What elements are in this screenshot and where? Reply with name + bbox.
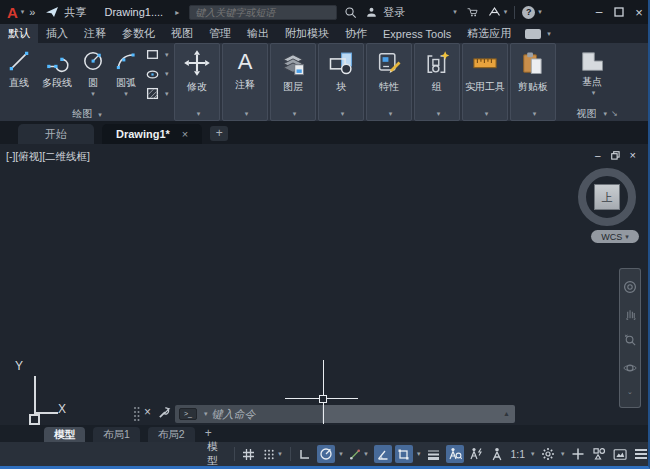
view-panel-title[interactable]: 视图 ▾ ↘ [558, 106, 636, 121]
close-button[interactable]: × [632, 5, 646, 20]
share-icon[interactable] [45, 6, 59, 18]
commandline-grip-handle[interactable] [133, 406, 140, 422]
user-icon[interactable] [365, 6, 378, 19]
app-logo[interactable]: A [7, 5, 18, 20]
clipboard-panel-button[interactable]: 剪贴板 ▾ [510, 43, 556, 121]
annotation-scale-value[interactable]: 1:1 [509, 445, 527, 463]
command-line[interactable]: >_ ▾ 键入命令 ▲ [175, 405, 515, 423]
doc-arrow-icon[interactable]: ▸ [175, 8, 179, 17]
arc-button[interactable]: 圆弧 ▾ [108, 43, 144, 106]
isolate-objects-button[interactable] [590, 445, 608, 463]
base-button[interactable]: 基点 ▾ [564, 43, 620, 106]
workspace-gear-button[interactable] [539, 445, 557, 463]
tab-annotate[interactable]: 注释 [76, 24, 114, 43]
modify-panel-button[interactable]: 修改 ▾ [174, 43, 220, 121]
command-prompt-icon[interactable]: >_ [179, 408, 197, 420]
viewcube-top-face[interactable]: 上 [594, 184, 620, 210]
app-menu-caret-icon[interactable]: ▾ [21, 8, 25, 16]
polar-tracking-button[interactable] [317, 445, 335, 463]
commandline-close-icon[interactable]: × [144, 405, 151, 419]
workspace-caret-icon[interactable]: ▼ [560, 451, 566, 457]
tab-parametric[interactable]: 参数化 [114, 24, 163, 43]
commandline-customize-icon[interactable] [158, 406, 171, 419]
crosshair-plus-button[interactable] [569, 445, 587, 463]
viewport-restore-icon[interactable] [611, 151, 620, 160]
quick-access-expand-button[interactable]: » [29, 6, 35, 18]
layers-panel-button[interactable]: 图层 ▾ [270, 43, 316, 121]
tab-collaborate[interactable]: 协作 [337, 24, 375, 43]
autoscale-button[interactable] [467, 445, 485, 463]
steering-wheel-icon[interactable] [623, 280, 637, 294]
command-prompt-caret-icon[interactable]: ▾ [204, 410, 208, 418]
layout-tab-model[interactable]: 模型 [44, 427, 85, 442]
tab-express-tools[interactable]: Express Tools [375, 24, 459, 43]
grid-display-button[interactable] [240, 445, 258, 463]
arc-caret-icon[interactable]: ▾ [124, 90, 128, 98]
app-store-cart-icon[interactable] [466, 6, 480, 19]
help-icon[interactable]: ? [522, 6, 535, 19]
tab-manage[interactable]: 管理 [201, 24, 239, 43]
groups-panel-button[interactable]: 组 ▾ [414, 43, 460, 121]
layout-tab-layout1[interactable]: 布局1 [93, 427, 140, 442]
snap-caret-icon[interactable]: ▼ [277, 451, 283, 457]
object-snap-tracking-button[interactable] [374, 445, 392, 463]
rectangle-button[interactable]: ▾ [146, 48, 169, 61]
autodesk-caret-icon[interactable]: ▾ [504, 8, 508, 16]
command-history-icon[interactable]: ▲ [503, 410, 510, 417]
signin-button[interactable]: 登录 [383, 5, 405, 20]
layout-tab-layout2[interactable]: 布局2 [148, 427, 195, 442]
navigation-bar[interactable]: ⌄ [619, 268, 641, 408]
annotation-visibility-button[interactable] [446, 445, 464, 463]
scale-caret-icon[interactable]: ▼ [530, 451, 536, 457]
orbit-icon[interactable] [623, 361, 637, 375]
polyline-button[interactable]: 多段线 [36, 43, 78, 106]
annotation-scale-icon[interactable] [488, 445, 506, 463]
view-panel-launcher-icon[interactable]: ↘ [611, 106, 618, 121]
command-line-extension[interactable]: ▲ [322, 405, 515, 423]
tab-output[interactable]: 输出 [239, 24, 277, 43]
polar-caret-icon[interactable]: ▼ [338, 451, 344, 457]
pan-hand-icon[interactable] [624, 307, 637, 320]
annotation-panel-button[interactable]: A 注释 ▾ [222, 43, 268, 121]
navbar-more-icon[interactable]: ⌄ [627, 388, 633, 396]
search-input[interactable] [189, 5, 337, 20]
object-snap-button[interactable] [395, 445, 413, 463]
maximize-button[interactable] [612, 7, 626, 17]
viewport-controls[interactable]: [-][俯视][二维线框] [6, 150, 90, 164]
lineweight-button[interactable] [425, 445, 443, 463]
viewport-close-icon[interactable]: × [630, 149, 636, 161]
isodraft-caret-icon[interactable]: ▼ [363, 451, 369, 457]
line-button[interactable]: 直线 [2, 43, 36, 106]
file-tab-start[interactable]: 开始 [18, 124, 94, 144]
ribbon-display-toggle[interactable]: ▾ [525, 24, 551, 43]
command-input-area[interactable]: >_ ▾ 键入命令 [175, 405, 322, 423]
ellipse-button[interactable]: ▾ [146, 68, 169, 81]
tab-home[interactable]: 默认 [0, 24, 38, 43]
clean-screen-button[interactable] [611, 445, 629, 463]
model-space-button[interactable]: 模型 [205, 445, 229, 463]
viewcube[interactable]: 上 [578, 168, 636, 226]
isometric-drafting-button[interactable]: ▼ [347, 445, 371, 463]
wcs-button[interactable]: WCS ▾ [591, 230, 639, 243]
tab-addins[interactable]: 附加模块 [277, 24, 337, 43]
tab-view[interactable]: 视图 [163, 24, 201, 43]
osnap-caret-icon[interactable]: ▼ [416, 451, 422, 457]
tab-insert[interactable]: 插入 [38, 24, 76, 43]
autodesk-logo-icon[interactable] [488, 6, 501, 18]
tab-featured-apps[interactable]: 精选应用 [459, 24, 519, 43]
ortho-mode-button[interactable] [296, 445, 314, 463]
hatch-button[interactable]: ▾ [146, 87, 169, 100]
viewport-minimize-icon[interactable]: – [595, 150, 601, 161]
file-tab-close-icon[interactable]: × [182, 128, 188, 140]
properties-panel-button[interactable]: 特性 ▾ [366, 43, 412, 121]
search-icon[interactable] [344, 6, 357, 19]
circle-button[interactable]: 圆 ▾ [78, 43, 108, 106]
utilities-panel-button[interactable]: 实用工具 ▾ [462, 43, 508, 121]
drawing-area[interactable]: [-][俯视][二维线框] – × 上 WCS ▾ [0, 144, 648, 425]
draw-panel-title[interactable]: 绘图 ▾ [2, 106, 172, 121]
new-drawing-button[interactable]: + [210, 126, 228, 141]
share-button[interactable]: 共享 [64, 5, 86, 20]
customization-menu-button[interactable] [632, 445, 650, 463]
zoom-extents-icon[interactable] [624, 334, 637, 347]
help-caret-icon[interactable]: ▾ [538, 8, 542, 16]
